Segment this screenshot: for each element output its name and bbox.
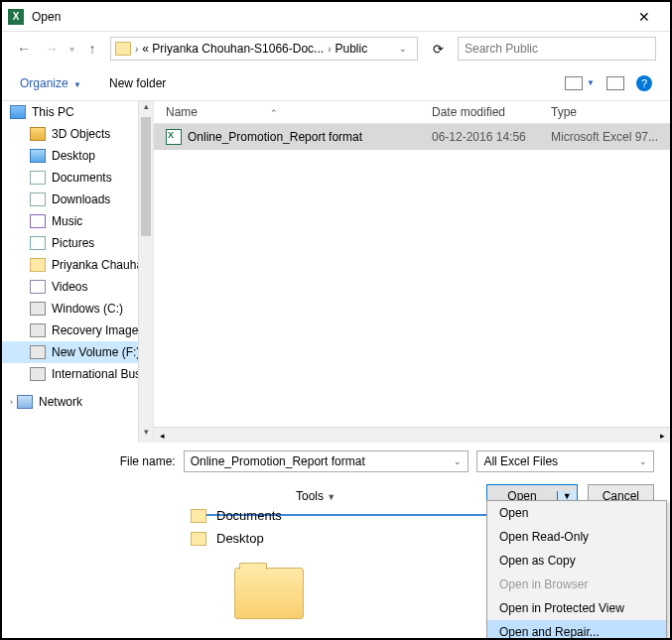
tools-label: Tools [296, 489, 324, 503]
file-row[interactable]: Online_Promotion_Report format 06-12-201… [154, 124, 670, 150]
view-icon [565, 76, 583, 90]
menu-item-open-repair[interactable]: Open and Repair... [487, 620, 666, 640]
open-dropdown-menu: Open Open Read-Only Open as Copy Open in… [486, 500, 667, 640]
address-dropdown-icon[interactable]: ⌄ [393, 44, 413, 54]
tree-item-recovery[interactable]: Recovery Image [2, 320, 153, 341]
new-folder-button[interactable]: New folder [109, 76, 166, 90]
tree-label: Downloads [52, 192, 110, 206]
chevron-down-icon[interactable]: ⌄ [639, 456, 647, 466]
sort-indicator-icon: ⌃ [270, 108, 278, 118]
tree-item-3d-objects[interactable]: 3D Objects [2, 123, 153, 145]
downloads-icon [30, 192, 46, 206]
tree-label: 3D Objects [52, 127, 110, 141]
body-area: This PC 3D Objects Desktop Documents Dow… [2, 101, 670, 443]
preview-pane-button[interactable] [606, 76, 624, 90]
folder-label: Documents [216, 508, 282, 523]
tree-label: Videos [52, 280, 87, 294]
nav-history-dropdown-icon[interactable]: ▾ [69, 44, 74, 55]
tree-item-priyanka[interactable]: Priyanka Chauha [2, 254, 153, 276]
tree-item-documents[interactable]: Documents [2, 167, 153, 189]
chevron-right-icon[interactable]: › [328, 44, 331, 55]
close-icon[interactable]: ✕ [624, 9, 664, 25]
tree-label: Windows (C:) [52, 302, 123, 316]
scroll-left-icon[interactable]: ◂ [154, 431, 170, 441]
tree-item-drive-c[interactable]: Windows (C:) [2, 298, 153, 320]
filter-value: All Excel Files [483, 454, 558, 468]
tree-item-pictures[interactable]: Pictures [2, 232, 153, 254]
pictures-icon [30, 236, 46, 250]
horizontal-scrollbar[interactable]: ◂ ▸ [154, 427, 670, 443]
tree-item-downloads[interactable]: Downloads [2, 189, 153, 210]
tree-label: Recovery Image [52, 323, 138, 337]
up-arrow-icon[interactable]: ↑ [82, 41, 102, 57]
title-bar: X Open ✕ [2, 2, 670, 32]
back-arrow-icon[interactable]: ← [14, 41, 34, 57]
search-input[interactable] [458, 37, 656, 61]
tree-label: Music [52, 214, 82, 228]
tree-scrollbar[interactable]: ▴ ▾ [138, 101, 153, 443]
file-type: Microsoft Excel 97... [551, 130, 670, 144]
address-bar[interactable]: › « Priyanka Chouhan-S1066-Doc... › Publ… [110, 37, 418, 61]
filename-input[interactable]: Online_Promotion_Report format ⌄ [184, 450, 470, 472]
chevron-down-icon: ▼ [73, 80, 81, 89]
tools-button[interactable]: Tools ▼ [296, 489, 336, 503]
column-header-name[interactable]: Name ⌃ [154, 105, 432, 119]
filename-label: File name: [18, 454, 176, 468]
chevron-down-icon[interactable]: ⌄ [454, 456, 462, 466]
large-folder-icon[interactable] [234, 568, 304, 619]
tree-item-music[interactable]: Music [2, 210, 153, 232]
desktop-icon [30, 149, 46, 163]
folder-label: Desktop [216, 531, 264, 546]
menu-item-open-copy[interactable]: Open as Copy [487, 549, 666, 573]
chevron-down-icon: ▼ [327, 492, 336, 502]
menu-item-open-browser: Open in Browser [487, 573, 666, 596]
menu-item-open-protected[interactable]: Open in Protected View [487, 596, 666, 620]
drive-icon [30, 302, 46, 316]
chevron-right-icon: › [135, 44, 138, 55]
list-item[interactable]: Documents [191, 504, 304, 527]
list-item[interactable]: Desktop [191, 527, 304, 550]
scroll-down-icon[interactable]: ▾ [139, 427, 153, 443]
breadcrumb-segment[interactable]: « Priyanka Chouhan-S1066-Doc... [142, 42, 324, 56]
menu-item-open[interactable]: Open [487, 501, 666, 525]
folder-icon [30, 258, 46, 272]
tree-label: New Volume (F:) [52, 345, 140, 359]
organize-button[interactable]: Organize ▼ [20, 76, 81, 90]
file-list: Name ⌃ Date modified Type Online_Promoti… [153, 101, 670, 443]
file-date: 06-12-2016 14:56 [432, 130, 551, 144]
column-header-date[interactable]: Date modified [432, 105, 551, 119]
tree-label: Priyanka Chauha [52, 258, 143, 272]
folder-tree: This PC 3D Objects Desktop Documents Dow… [2, 101, 153, 443]
file-name: Online_Promotion_Report format [188, 130, 362, 144]
view-options-button[interactable]: ▼ [565, 76, 595, 90]
breadcrumb-segment[interactable]: Public [335, 42, 367, 56]
refresh-icon[interactable]: ⟳ [426, 42, 450, 57]
tree-item-videos[interactable]: Videos [2, 276, 153, 298]
excel-file-icon [166, 129, 182, 145]
background-file-browser: Documents Desktop [191, 504, 304, 619]
scroll-right-icon[interactable]: ▸ [654, 431, 670, 441]
window-title: Open [32, 10, 624, 24]
tree-item-international[interactable]: International Bus [2, 363, 153, 385]
organize-label: Organize [20, 76, 68, 90]
tree-this-pc[interactable]: This PC [2, 101, 153, 123]
menu-item-open-readonly[interactable]: Open Read-Only [487, 525, 666, 549]
chevron-down-icon: ▼ [587, 78, 595, 87]
cube-icon [30, 127, 46, 141]
file-type-filter[interactable]: All Excel Files ⌄ [476, 450, 654, 472]
scroll-thumb[interactable] [141, 117, 151, 236]
tree-item-desktop[interactable]: Desktop [2, 145, 153, 167]
tree-label: This PC [32, 105, 74, 119]
tree-label: Pictures [52, 236, 94, 250]
tree-network[interactable]: ›Network [2, 391, 153, 413]
music-icon [30, 214, 46, 228]
scroll-up-icon[interactable]: ▴ [139, 101, 153, 117]
tree-item-drive-f[interactable]: New Volume (F:) [2, 341, 153, 363]
tree-label: Network [39, 395, 82, 409]
drive-icon [30, 345, 46, 359]
network-icon [17, 395, 33, 409]
help-icon[interactable]: ? [636, 75, 652, 91]
videos-icon [30, 280, 46, 294]
column-headers: Name ⌃ Date modified Type [154, 101, 670, 124]
column-header-type[interactable]: Type [551, 105, 670, 119]
